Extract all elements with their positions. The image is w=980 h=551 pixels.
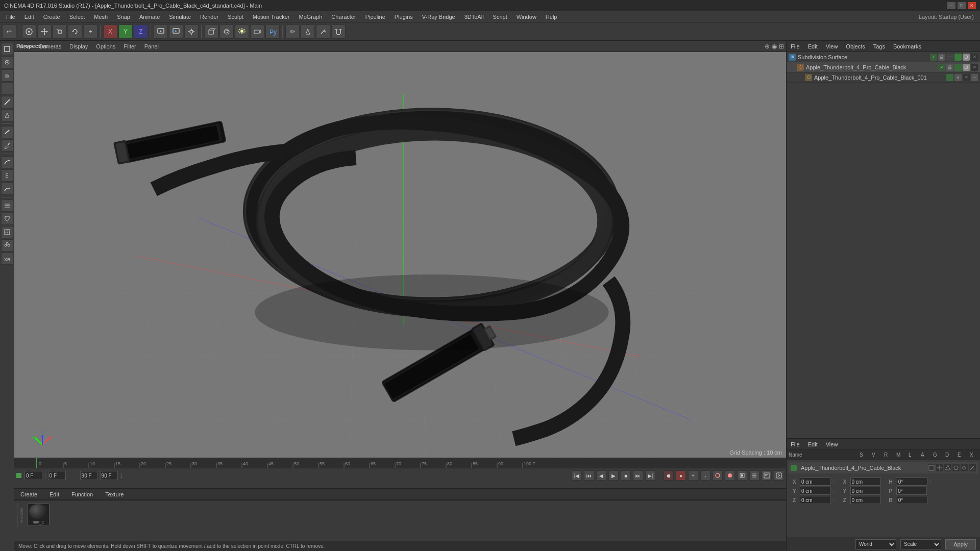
minimize-button[interactable]: ─: [947, 2, 955, 9]
script-manager-button[interactable]: [774, 470, 784, 481]
render-settings-button[interactable]: [184, 24, 199, 39]
material-texture-menu[interactable]: Texture: [101, 490, 128, 498]
object-panel-button[interactable]: [749, 470, 760, 481]
light-button[interactable]: [235, 24, 249, 39]
record-button[interactable]: ⏺: [664, 470, 674, 481]
scale-button[interactable]: [53, 24, 67, 39]
goto-start-button[interactable]: |◀: [572, 470, 582, 481]
rotate-button[interactable]: [68, 24, 82, 39]
xref-button[interactable]: XR: [1, 253, 13, 265]
close-button[interactable]: ✕: [968, 2, 976, 9]
menu-edit[interactable]: Edit: [20, 13, 38, 21]
am-edit-menu[interactable]: Edit: [806, 441, 820, 448]
edge-mode-button[interactable]: [1, 96, 13, 108]
x-size-input[interactable]: [850, 478, 881, 486]
model-mode-button[interactable]: [1, 43, 13, 55]
bezier-button[interactable]: [1, 156, 13, 168]
sphere-button[interactable]: [219, 24, 234, 39]
z-axis-button[interactable]: Z: [134, 24, 148, 39]
am-view-menu[interactable]: View: [824, 441, 840, 448]
deformer-button[interactable]: [1, 183, 13, 195]
om-view-menu[interactable]: View: [824, 43, 840, 50]
material-function-menu[interactable]: Function: [67, 490, 97, 498]
menu-window[interactable]: Window: [512, 13, 541, 21]
subdiv-lock[interactable]: [938, 54, 945, 61]
cable-x[interactable]: ✕: [971, 64, 978, 71]
material-edit-menu[interactable]: Edit: [45, 490, 63, 498]
menu-help[interactable]: Help: [542, 13, 561, 21]
menu-plugins[interactable]: Plugins: [390, 13, 417, 21]
subdivision-button[interactable]: [1, 226, 13, 238]
material-swatch-1[interactable]: mat_1: [27, 504, 50, 526]
stop-button[interactable]: ■: [621, 470, 631, 481]
goto-end-button[interactable]: ▶|: [645, 470, 655, 481]
menu-vray[interactable]: V-Ray Bridge: [418, 13, 459, 21]
mesh-x[interactable]: ✕: [963, 74, 970, 81]
spline-button[interactable]: $: [1, 169, 13, 182]
am-ctrl-4[interactable]: [952, 464, 960, 471]
subdiv-x[interactable]: ✕: [971, 54, 978, 61]
cube-button[interactable]: [204, 24, 218, 39]
menu-sculpt[interactable]: Sculpt: [224, 13, 248, 21]
cable-dots[interactable]: [946, 64, 953, 71]
keyframe-add-button[interactable]: +: [688, 470, 698, 481]
menu-create[interactable]: Create: [39, 13, 64, 21]
z-size-input[interactable]: [850, 496, 881, 504]
knife-button[interactable]: [316, 24, 330, 39]
menu-select[interactable]: Select: [65, 13, 89, 21]
cable-green[interactable]: [954, 64, 962, 71]
om-row-apple-cable[interactable]: ⬡ Apple_Thunderbolt_4_Pro_Cable_Black ✓ …: [787, 62, 980, 72]
transform-button[interactable]: +: [83, 24, 97, 39]
cable-grey2[interactable]: [963, 64, 970, 71]
pen-button[interactable]: ✏: [285, 24, 300, 39]
am-ctrl-5[interactable]: [961, 464, 968, 471]
render-active-button[interactable]: [154, 24, 168, 39]
scale-select[interactable]: Scale Absolute: [900, 539, 941, 549]
om-edit-menu[interactable]: Edit: [806, 43, 820, 50]
menu-character[interactable]: Character: [327, 13, 360, 21]
subdiv-grey2[interactable]: [963, 54, 970, 61]
render-button[interactable]: [169, 24, 183, 39]
layer-button[interactable]: [1, 199, 13, 212]
texture-axis-button[interactable]: ◎: [1, 69, 13, 82]
timeline-start-input[interactable]: [24, 471, 42, 480]
menu-script[interactable]: Script: [489, 13, 511, 21]
om-bookmarks-menu[interactable]: Bookmarks: [891, 43, 923, 50]
console-button[interactable]: [762, 470, 772, 481]
track-button[interactable]: [737, 470, 747, 481]
menu-mograph[interactable]: MoGraph: [295, 13, 326, 21]
point-mode-button[interactable]: ·: [1, 83, 13, 95]
timeline-end-input[interactable]: [80, 471, 98, 480]
am-ctrl-6[interactable]: [969, 464, 976, 471]
play-button[interactable]: ▶: [608, 470, 619, 481]
y-axis-button[interactable]: Y: [118, 24, 133, 39]
am-ctrl-2[interactable]: [936, 464, 943, 471]
menu-3dtoall[interactable]: 3DToAll: [460, 13, 488, 21]
menu-motion-tracker[interactable]: Motion Tracker: [249, 13, 294, 21]
timeline-total-input[interactable]: [100, 471, 118, 480]
poly-mode-button[interactable]: [1, 109, 13, 121]
paint-button[interactable]: [1, 126, 13, 138]
brush-button[interactable]: [1, 139, 13, 152]
play-back-button[interactable]: ◀: [596, 470, 606, 481]
p-input[interactable]: [896, 487, 927, 495]
menu-simulate[interactable]: Simulate: [165, 13, 195, 21]
world-select[interactable]: World Object: [855, 539, 896, 549]
x-axis-button[interactable]: X: [103, 24, 117, 39]
menu-file[interactable]: File: [2, 13, 19, 21]
subdiv-dots[interactable]: ···: [946, 54, 953, 61]
b-input[interactable]: [897, 496, 927, 504]
timeline-current-input[interactable]: [48, 471, 66, 480]
y-size-input[interactable]: [850, 487, 881, 495]
subdiv-green[interactable]: [954, 54, 962, 61]
camera-button[interactable]: [250, 24, 264, 39]
viewport[interactable]: View Cameras Display Options Filter Pane…: [14, 41, 786, 458]
python-button[interactable]: Py: [265, 24, 280, 39]
h-input[interactable]: [897, 478, 927, 486]
cable-check[interactable]: ✓: [938, 64, 945, 71]
am-ctrl-3[interactable]: [944, 464, 951, 471]
menu-mesh[interactable]: Mesh: [90, 13, 112, 21]
menu-render[interactable]: Render: [196, 13, 223, 21]
magnet-button[interactable]: [331, 24, 346, 39]
om-file-menu[interactable]: File: [789, 43, 802, 50]
